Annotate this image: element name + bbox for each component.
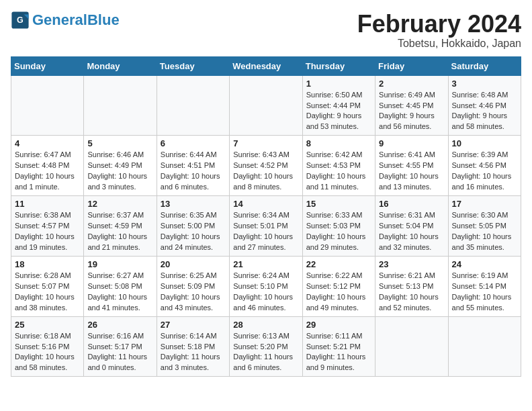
day-number: 10 xyxy=(452,138,517,148)
header: G GeneralBlue February 2024 Tobetsu, Hok… xyxy=(11,11,521,50)
day-info: Sunrise: 6:37 AM Sunset: 4:59 PM Dayligh… xyxy=(87,210,152,253)
calendar-cell xyxy=(448,316,521,377)
calendar-cell: 15Sunrise: 6:33 AM Sunset: 5:03 PM Dayli… xyxy=(302,196,375,257)
day-number: 17 xyxy=(452,199,517,209)
col-header-sunday: Sunday xyxy=(11,56,84,75)
calendar-table: SundayMondayTuesdayWednesdayThursdayFrid… xyxy=(11,56,521,377)
day-number: 2 xyxy=(379,79,444,89)
calendar-cell xyxy=(157,75,229,136)
calendar-cell: 17Sunrise: 6:30 AM Sunset: 5:05 PM Dayli… xyxy=(448,196,521,257)
day-info: Sunrise: 6:46 AM Sunset: 4:49 PM Dayligh… xyxy=(87,150,152,193)
day-number: 29 xyxy=(306,320,371,330)
day-number: 24 xyxy=(452,259,517,269)
day-info: Sunrise: 6:14 AM Sunset: 5:18 PM Dayligh… xyxy=(161,331,226,374)
day-info: Sunrise: 6:22 AM Sunset: 5:12 PM Dayligh… xyxy=(306,271,371,314)
day-info: Sunrise: 6:19 AM Sunset: 5:14 PM Dayligh… xyxy=(452,271,517,314)
col-header-saturday: Saturday xyxy=(448,56,521,75)
day-number: 6 xyxy=(161,138,226,148)
calendar-cell: 10Sunrise: 6:39 AM Sunset: 4:56 PM Dayli… xyxy=(448,136,521,196)
day-number: 11 xyxy=(15,199,80,209)
calendar-cell: 13Sunrise: 6:35 AM Sunset: 5:00 PM Dayli… xyxy=(157,196,229,257)
logo: G GeneralBlue xyxy=(11,11,120,30)
day-info: Sunrise: 6:49 AM Sunset: 4:45 PM Dayligh… xyxy=(379,90,444,133)
calendar-cell xyxy=(230,75,302,136)
day-number: 12 xyxy=(87,199,152,209)
day-info: Sunrise: 6:34 AM Sunset: 5:01 PM Dayligh… xyxy=(233,210,298,253)
calendar-cell: 28Sunrise: 6:13 AM Sunset: 5:20 PM Dayli… xyxy=(230,316,302,377)
calendar-cell: 18Sunrise: 6:28 AM Sunset: 5:07 PM Dayli… xyxy=(11,256,84,316)
day-info: Sunrise: 6:48 AM Sunset: 4:46 PM Dayligh… xyxy=(452,90,517,133)
day-number: 21 xyxy=(233,259,298,269)
day-info: Sunrise: 6:44 AM Sunset: 4:51 PM Dayligh… xyxy=(161,150,226,193)
day-info: Sunrise: 6:50 AM Sunset: 4:44 PM Dayligh… xyxy=(306,90,371,133)
day-info: Sunrise: 6:33 AM Sunset: 5:03 PM Dayligh… xyxy=(306,210,371,253)
day-info: Sunrise: 6:43 AM Sunset: 4:52 PM Dayligh… xyxy=(233,150,298,193)
calendar-cell: 3Sunrise: 6:48 AM Sunset: 4:46 PM Daylig… xyxy=(448,75,521,136)
calendar-cell: 12Sunrise: 6:37 AM Sunset: 4:59 PM Dayli… xyxy=(84,196,157,257)
day-number: 16 xyxy=(379,199,444,209)
day-info: Sunrise: 6:28 AM Sunset: 5:07 PM Dayligh… xyxy=(15,271,80,314)
calendar-cell: 14Sunrise: 6:34 AM Sunset: 5:01 PM Dayli… xyxy=(230,196,302,257)
calendar-cell: 27Sunrise: 6:14 AM Sunset: 5:18 PM Dayli… xyxy=(157,316,229,377)
calendar-cell: 8Sunrise: 6:42 AM Sunset: 4:53 PM Daylig… xyxy=(302,136,375,196)
day-info: Sunrise: 6:38 AM Sunset: 4:57 PM Dayligh… xyxy=(15,210,80,253)
day-info: Sunrise: 6:35 AM Sunset: 5:00 PM Dayligh… xyxy=(161,210,226,253)
day-info: Sunrise: 6:21 AM Sunset: 5:13 PM Dayligh… xyxy=(379,271,444,314)
week-row-4: 18Sunrise: 6:28 AM Sunset: 5:07 PM Dayli… xyxy=(11,256,521,316)
day-info: Sunrise: 6:30 AM Sunset: 5:05 PM Dayligh… xyxy=(452,210,517,253)
day-info: Sunrise: 6:47 AM Sunset: 4:48 PM Dayligh… xyxy=(15,150,80,193)
week-row-5: 25Sunrise: 6:18 AM Sunset: 5:16 PM Dayli… xyxy=(11,316,521,377)
calendar-cell: 11Sunrise: 6:38 AM Sunset: 4:57 PM Dayli… xyxy=(11,196,84,257)
day-info: Sunrise: 6:16 AM Sunset: 5:17 PM Dayligh… xyxy=(87,331,152,374)
day-info: Sunrise: 6:13 AM Sunset: 5:20 PM Dayligh… xyxy=(233,331,298,374)
day-number: 9 xyxy=(379,138,444,148)
calendar-cell: 24Sunrise: 6:19 AM Sunset: 5:14 PM Dayli… xyxy=(448,256,521,316)
day-info: Sunrise: 6:27 AM Sunset: 5:08 PM Dayligh… xyxy=(87,271,152,314)
calendar-cell: 6Sunrise: 6:44 AM Sunset: 4:51 PM Daylig… xyxy=(157,136,229,196)
week-row-1: 1Sunrise: 6:50 AM Sunset: 4:44 PM Daylig… xyxy=(11,75,521,136)
day-number: 28 xyxy=(233,320,298,330)
day-info: Sunrise: 6:25 AM Sunset: 5:09 PM Dayligh… xyxy=(161,271,226,314)
calendar-cell: 26Sunrise: 6:16 AM Sunset: 5:17 PM Dayli… xyxy=(84,316,157,377)
calendar-cell: 16Sunrise: 6:31 AM Sunset: 5:04 PM Dayli… xyxy=(375,196,448,257)
day-info: Sunrise: 6:39 AM Sunset: 4:56 PM Dayligh… xyxy=(452,150,517,193)
day-info: Sunrise: 6:31 AM Sunset: 5:04 PM Dayligh… xyxy=(379,210,444,253)
day-info: Sunrise: 6:24 AM Sunset: 5:10 PM Dayligh… xyxy=(233,271,298,314)
col-header-wednesday: Wednesday xyxy=(230,56,302,75)
day-number: 14 xyxy=(233,199,298,209)
calendar-cell: 29Sunrise: 6:11 AM Sunset: 5:21 PM Dayli… xyxy=(302,316,375,377)
day-number: 26 xyxy=(87,320,152,330)
day-number: 18 xyxy=(15,259,80,269)
calendar-cell: 20Sunrise: 6:25 AM Sunset: 5:09 PM Dayli… xyxy=(157,256,229,316)
logo-text: GeneralBlue xyxy=(32,13,120,28)
day-number: 5 xyxy=(87,138,152,148)
day-number: 1 xyxy=(306,79,371,89)
calendar-cell: 4Sunrise: 6:47 AM Sunset: 4:48 PM Daylig… xyxy=(11,136,84,196)
calendar-cell: 1Sunrise: 6:50 AM Sunset: 4:44 PM Daylig… xyxy=(302,75,375,136)
header-row: SundayMondayTuesdayWednesdayThursdayFrid… xyxy=(11,56,521,75)
calendar-cell: 7Sunrise: 6:43 AM Sunset: 4:52 PM Daylig… xyxy=(230,136,302,196)
col-header-tuesday: Tuesday xyxy=(157,56,229,75)
day-info: Sunrise: 6:41 AM Sunset: 4:55 PM Dayligh… xyxy=(379,150,444,193)
day-number: 3 xyxy=(452,79,517,89)
day-number: 13 xyxy=(161,199,226,209)
calendar-cell: 9Sunrise: 6:41 AM Sunset: 4:55 PM Daylig… xyxy=(375,136,448,196)
week-row-3: 11Sunrise: 6:38 AM Sunset: 4:57 PM Dayli… xyxy=(11,196,521,257)
day-number: 7 xyxy=(233,138,298,148)
svg-text:G: G xyxy=(17,15,24,25)
day-number: 15 xyxy=(306,199,371,209)
col-header-monday: Monday xyxy=(84,56,157,75)
col-header-friday: Friday xyxy=(375,56,448,75)
col-header-thursday: Thursday xyxy=(302,56,375,75)
calendar-cell: 5Sunrise: 6:46 AM Sunset: 4:49 PM Daylig… xyxy=(84,136,157,196)
day-number: 23 xyxy=(379,259,444,269)
calendar-cell: 2Sunrise: 6:49 AM Sunset: 4:45 PM Daylig… xyxy=(375,75,448,136)
day-info: Sunrise: 6:11 AM Sunset: 5:21 PM Dayligh… xyxy=(306,331,371,374)
calendar-cell: 19Sunrise: 6:27 AM Sunset: 5:08 PM Dayli… xyxy=(84,256,157,316)
day-info: Sunrise: 6:18 AM Sunset: 5:16 PM Dayligh… xyxy=(15,331,80,374)
logo-icon: G xyxy=(11,11,30,30)
title-area: February 2024 Tobetsu, Hokkaido, Japan xyxy=(357,11,521,50)
calendar-cell xyxy=(375,316,448,377)
day-info: Sunrise: 6:42 AM Sunset: 4:53 PM Dayligh… xyxy=(306,150,371,193)
calendar-cell: 25Sunrise: 6:18 AM Sunset: 5:16 PM Dayli… xyxy=(11,316,84,377)
